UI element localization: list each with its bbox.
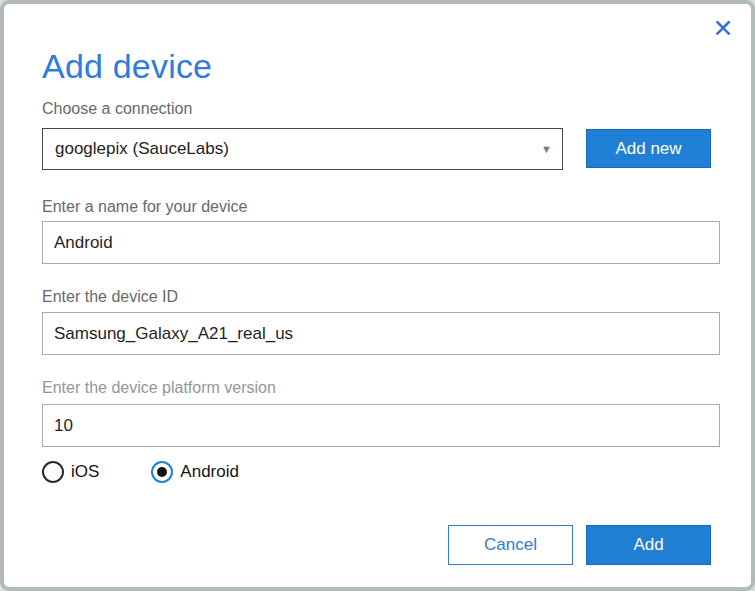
device-name-label: Enter a name for your device [42, 196, 711, 218]
device-name-input[interactable] [42, 221, 720, 264]
add-device-dialog: ✕ Add device Choose a connection googlep… [0, 0, 755, 591]
radio-ios-label: iOS [71, 462, 99, 482]
platform-version-label: Enter the device platform version [42, 377, 711, 399]
platform-radio-group: iOS Android [42, 461, 711, 483]
cancel-button[interactable]: Cancel [448, 525, 573, 565]
dialog-content: Add device Choose a connection googlepix… [4, 44, 751, 565]
connection-label: Choose a connection [42, 98, 711, 120]
connection-select[interactable]: googlepix (SauceLabs) ▼ [42, 128, 563, 170]
platform-version-input[interactable] [42, 404, 720, 447]
device-id-label: Enter the device ID [42, 286, 711, 308]
radio-android-dot [157, 467, 167, 477]
dialog-footer: Cancel Add [42, 525, 711, 565]
radio-ios[interactable]: iOS [42, 461, 99, 483]
chevron-down-icon: ▼ [541, 144, 552, 155]
close-icon[interactable]: ✕ [707, 12, 739, 44]
radio-ios-circle [42, 461, 64, 483]
radio-android-label: Android [180, 462, 239, 482]
connection-selected-value: googlepix (SauceLabs) [55, 139, 229, 159]
add-button[interactable]: Add [586, 525, 711, 565]
connection-row: googlepix (SauceLabs) ▼ Add new [42, 128, 711, 170]
device-id-input[interactable] [42, 312, 720, 355]
add-new-button[interactable]: Add new [586, 129, 711, 168]
radio-android[interactable]: Android [151, 461, 239, 483]
page-title: Add device [42, 44, 711, 88]
radio-android-circle [151, 461, 173, 483]
